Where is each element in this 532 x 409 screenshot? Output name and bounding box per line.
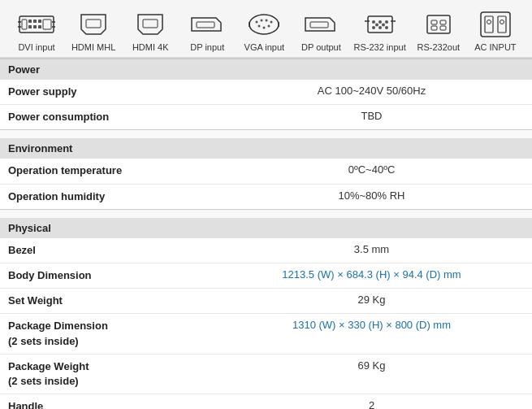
svg-rect-15 [197,22,214,28]
svg-point-23 [268,25,270,28]
svg-point-33 [385,26,388,29]
icon-item-hdmi-4k: HDMI 4K [126,10,175,52]
rs232-out-icon [419,10,458,39]
power-consumption-row: Power consumption TBD [0,105,532,129]
svg-point-16 [249,15,279,34]
svg-point-18 [261,20,263,22]
svg-rect-27 [368,16,392,33]
set-weight-value: 29 Kg [211,289,532,313]
svg-rect-41 [431,26,437,30]
op-humidity-value: 10%~80% RH [211,185,532,209]
environment-section-header: Environment [0,138,532,159]
op-humidity-row: Operation humidity 10%~80% RH [0,185,532,209]
op-humidity-label: Operation humidity [0,185,211,209]
svg-point-20 [270,21,273,24]
environment-section: Environment Operation temperature 0ºC~40… [0,138,532,209]
vga-input-label: VGA input [244,42,285,52]
pkg-weight-row: Package Weight (2 sets inside) 69 Kg [0,355,532,394]
pkg-dim-label: Package Dimension (2 sets inside) [0,314,211,353]
rs232-out-label: RS-232out [417,42,461,52]
ac-input-label: AC INPUT [474,42,516,52]
body-dim-row: Body Dimension 1213.5 (W) × 684.3 (H) × … [0,263,532,289]
power-consumption-value: TBD [211,105,532,129]
svg-point-47 [500,20,504,24]
svg-point-28 [372,20,375,24]
icon-row: DVI input HDMI MHL HDMI 4K DP in [0,0,532,58]
power-supply-value: AC 100~240V 50/60Hz [211,80,532,104]
icon-item-ac-input: AC INPUT [471,10,520,52]
icon-item-dp-output: DP output [296,10,345,52]
dvi-icon [17,10,56,39]
bezel-value: 3.5 mm [211,238,532,263]
rs232-input-icon [361,10,400,39]
dp-output-label: DP output [301,42,341,52]
op-temp-row: Operation temperature 0ºC~40ºC [0,159,532,184]
svg-point-32 [378,26,382,29]
svg-rect-6 [33,25,37,28]
power-consumption-label: Power consumption [0,105,211,129]
icon-item-hdmi-mhl: HDMI MHL [69,10,118,52]
hdmi-4k-icon [131,10,170,39]
svg-rect-14 [143,20,158,28]
svg-rect-2 [28,20,32,23]
svg-rect-1 [22,20,27,29]
svg-point-22 [263,27,266,29]
svg-rect-4 [38,20,41,23]
svg-rect-3 [33,20,37,23]
icon-item-vga-input: VGA input [240,10,288,52]
handle-row: Handle 2 [0,394,532,409]
svg-rect-5 [28,25,32,28]
op-temp-value: 0ºC~40ºC [211,159,532,183]
dp-input-label: DP input [190,42,224,52]
spec-sections: Power Power supply AC 100~240V 50/60Hz P… [0,58,532,409]
power-section: Power Power supply AC 100~240V 50/60Hz P… [0,59,532,130]
pkg-weight-label: Package Weight (2 sets inside) [0,355,211,394]
handle-value: 2 [211,394,532,409]
dp-input-icon [188,10,227,39]
dvi-label: DVI input [18,42,54,52]
svg-point-34 [375,24,378,27]
op-temp-label: Operation temperature [0,159,211,183]
svg-point-46 [487,20,491,24]
body-dim-value: 1213.5 (W) × 684.3 (H) × 94.4 (D) mm [211,263,532,288]
set-weight-row: Set Weight 29 Kg [0,289,532,314]
rs232-input-label: RS-232 input [354,42,406,52]
pkg-dim-value: 1310 (W) × 330 (H) × 800 (D) mm [211,314,532,353]
body-dim-label: Body Dimension [0,263,211,288]
power-supply-row: Power supply AC 100~240V 50/60Hz [0,80,532,105]
power-section-header: Power [0,59,532,80]
hdmi-mhl-label: HDMI MHL [71,42,115,52]
icon-item-rs232-input: RS-232 input [354,10,406,52]
icon-item-rs232-out: RS-232out [414,10,463,52]
svg-point-29 [378,20,382,24]
svg-rect-39 [431,20,437,24]
icon-item-dp-input: DP input [183,10,231,52]
svg-rect-8 [43,20,51,29]
physical-section: Physical Bezel 3.5 mm Body Dimension 121… [0,218,532,409]
icon-item-dvi: DVI input [12,10,61,52]
power-supply-label: Power supply [0,80,211,104]
svg-rect-0 [19,16,54,33]
hdmi-mhl-icon [74,10,113,39]
svg-point-30 [385,20,388,24]
svg-point-35 [382,24,385,27]
pkg-weight-value: 69 Kg [211,355,532,394]
svg-point-21 [258,25,261,28]
physical-section-header: Physical [0,218,532,238]
svg-rect-42 [440,26,446,30]
set-weight-label: Set Weight [0,289,211,313]
pkg-dim-row: Package Dimension (2 sets inside) 1310 (… [0,314,532,354]
handle-label: Handle [0,394,211,409]
svg-rect-38 [427,15,450,33]
bezel-row: Bezel 3.5 mm [0,238,532,263]
svg-point-17 [256,21,258,24]
gap-1 [0,130,532,138]
bezel-label: Bezel [0,238,211,263]
hdmi-4k-label: HDMI 4K [132,42,169,52]
svg-rect-7 [38,25,41,28]
svg-rect-26 [310,22,328,28]
ac-input-icon [476,10,515,39]
svg-point-19 [266,20,268,22]
vga-input-icon [244,10,283,39]
svg-point-31 [372,26,375,29]
